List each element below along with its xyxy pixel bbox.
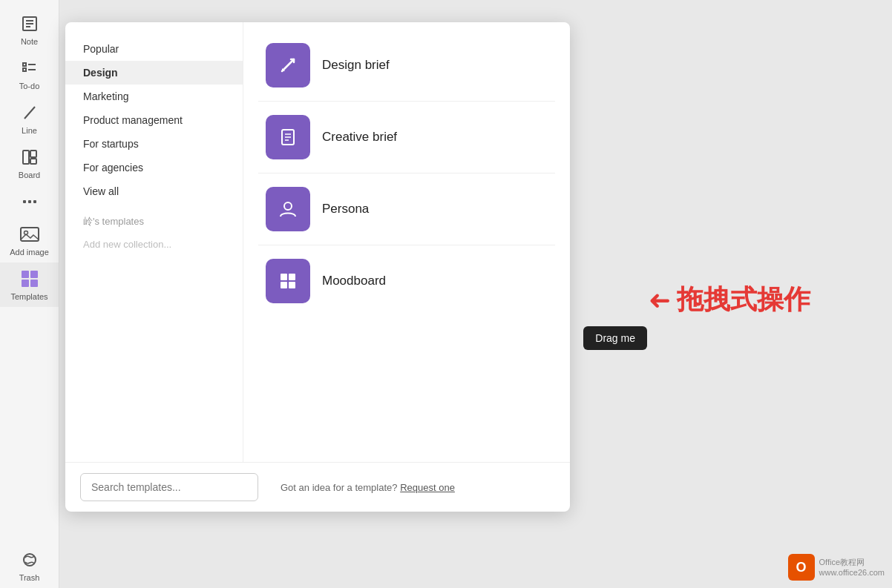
svg-rect-4 — [23, 63, 26, 66]
svg-rect-9 — [23, 151, 29, 164]
board-icon — [19, 147, 40, 168]
sidebar-item-todo[interactable]: To-do — [0, 52, 59, 96]
moodboard-icon — [266, 259, 310, 303]
trash-icon — [19, 549, 40, 570]
watermark-icon: O — [788, 554, 815, 581]
line-icon — [19, 102, 40, 123]
svg-rect-20 — [30, 280, 38, 287]
note-icon — [19, 13, 40, 34]
creative-brief-label: Creative brief — [322, 130, 397, 145]
search-input[interactable] — [80, 473, 258, 501]
annotation-arrow-icon: ➜ — [649, 285, 671, 316]
svg-rect-18 — [30, 271, 38, 278]
svg-line-8 — [24, 107, 35, 119]
svg-rect-15 — [21, 228, 39, 241]
my-templates-title: 岭's templates — [65, 203, 243, 233]
svg-rect-30 — [289, 282, 295, 288]
nav-product-management[interactable]: Product management — [65, 108, 243, 132]
nav-design[interactable]: Design — [65, 61, 243, 85]
sidebar-item-line-label: Line — [22, 126, 37, 135]
footer-idea-text: Got an idea for a template? Request one — [258, 473, 555, 501]
nav-for-agencies[interactable]: For agencies — [65, 156, 243, 179]
moodboard-label: Moodboard — [322, 274, 386, 288]
sidebar-item-templates-label: Templates — [10, 292, 47, 301]
design-brief-label: Design brief — [322, 58, 390, 73]
nav-popular[interactable]: Popular — [65, 37, 243, 61]
more-icon — [19, 191, 40, 212]
sidebar-item-templates[interactable]: Templates — [0, 262, 59, 307]
template-item-creative-brief[interactable]: Creative brief — [258, 102, 555, 174]
sidebar-item-note-label: Note — [21, 37, 38, 46]
svg-rect-13 — [28, 200, 31, 203]
creative-brief-icon — [266, 115, 310, 159]
request-link[interactable]: Request one — [400, 482, 455, 493]
search-input-wrap — [80, 473, 258, 501]
persona-icon — [266, 187, 310, 231]
svg-rect-28 — [289, 274, 295, 280]
template-item-design-brief[interactable]: Design brief — [258, 30, 555, 102]
popup-nav: Popular Design Marketing Product managem… — [65, 22, 243, 462]
persona-label: Persona — [322, 202, 369, 217]
search-footer: Got an idea for a template? Request one — [80, 473, 555, 501]
add-image-icon — [19, 224, 40, 245]
templates-popup: Popular Design Marketing Product managem… — [65, 22, 570, 512]
svg-rect-17 — [22, 271, 29, 278]
svg-rect-11 — [30, 159, 36, 164]
nav-for-startups[interactable]: For startups — [65, 132, 243, 156]
watermark-text: Office教程网 www.office26.com — [819, 557, 885, 578]
sidebar-item-more[interactable] — [0, 185, 59, 218]
sidebar: Note To-do Line Board — [0, 0, 59, 588]
sidebar-item-board[interactable]: Board — [0, 141, 59, 185]
templates-icon — [19, 268, 40, 289]
add-collection-placeholder[interactable]: Add new collection... — [65, 233, 243, 256]
svg-rect-6 — [23, 68, 26, 71]
nav-marketing[interactable]: Marketing — [65, 85, 243, 108]
svg-rect-27 — [281, 274, 287, 280]
popup-footer: Got an idea for a template? Request one — [65, 462, 570, 512]
svg-point-21 — [24, 554, 36, 566]
svg-point-26 — [284, 202, 292, 210]
watermark-url: www.office26.com — [819, 567, 885, 578]
todo-icon — [19, 58, 40, 79]
idea-text: Got an idea for a template? — [281, 482, 398, 493]
drag-tooltip: Drag me — [583, 326, 647, 350]
annotation-area: ➜ 拖拽式操作 — [649, 282, 810, 318]
watermark: O Office教程网 www.office26.com — [788, 554, 885, 581]
annotation-text: 拖拽式操作 — [677, 282, 810, 318]
sidebar-item-line[interactable]: Line — [0, 96, 59, 141]
nav-view-all[interactable]: View all — [65, 179, 243, 203]
sidebar-item-add-image[interactable]: Add image — [0, 218, 59, 262]
svg-rect-12 — [23, 200, 26, 203]
sidebar-item-add-image-label: Add image — [10, 248, 49, 257]
template-item-persona[interactable]: Persona — [258, 174, 555, 245]
sidebar-item-note[interactable]: Note — [0, 7, 59, 52]
sidebar-item-board-label: Board — [19, 171, 40, 179]
sidebar-item-trash-label: Trash — [19, 573, 40, 582]
sidebar-item-trash[interactable]: Trash — [0, 544, 59, 588]
svg-rect-14 — [33, 200, 36, 203]
template-item-moodboard[interactable]: Moodboard — [258, 245, 555, 317]
design-brief-icon — [266, 43, 310, 87]
sidebar-item-todo-label: To-do — [19, 82, 40, 90]
templates-list: Design brief Creative brief — [243, 22, 570, 462]
svg-rect-19 — [22, 280, 29, 287]
popup-content: Popular Design Marketing Product managem… — [65, 22, 570, 462]
watermark-site: Office教程网 — [819, 557, 885, 567]
svg-rect-10 — [30, 151, 36, 157]
svg-rect-29 — [281, 282, 287, 288]
